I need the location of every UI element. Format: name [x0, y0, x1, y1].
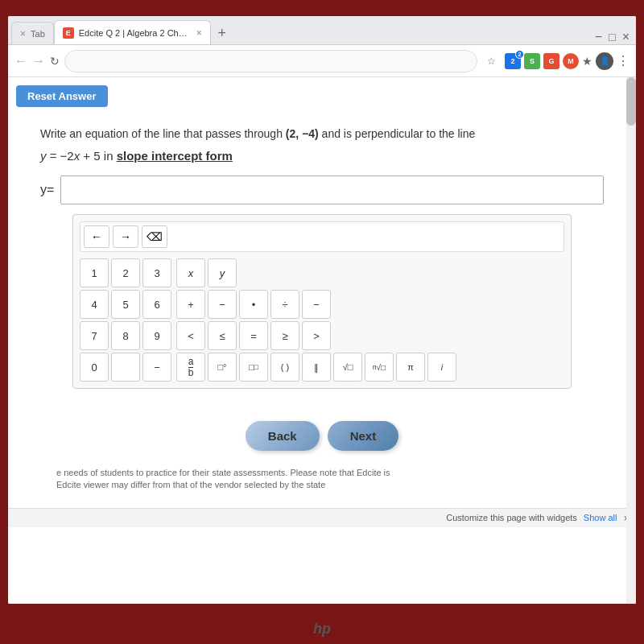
- ext-badge: 2: [515, 50, 524, 59]
- key-i[interactable]: i: [427, 353, 456, 382]
- key-3[interactable]: 3: [142, 258, 171, 287]
- numpad: 1 2 3 4 5 6 7 8 9 0: [80, 258, 171, 382]
- hp-logo: hp: [313, 621, 331, 638]
- key-minus2[interactable]: −: [208, 290, 237, 319]
- maximize-button[interactable]: □: [609, 31, 615, 43]
- key-2[interactable]: 2: [111, 258, 140, 287]
- key-9[interactable]: 9: [142, 321, 171, 350]
- nav-buttons: Back Next: [40, 405, 604, 467]
- key-6[interactable]: 6: [142, 290, 171, 319]
- ext-icon-2: S: [524, 53, 540, 69]
- screen: × Tab E Edcite Q 2 | Algebra 2 Chapter 8…: [8, 16, 636, 604]
- key-lt[interactable]: <: [176, 321, 205, 350]
- key-eq[interactable]: =: [239, 321, 268, 350]
- instruction-text: Write an equation of the line that passe…: [40, 127, 283, 140]
- ops-row2: < ≤ = ≥ >: [176, 321, 456, 350]
- key-lte[interactable]: ≤: [208, 321, 237, 350]
- equation-text: y = −2x + 5: [40, 149, 104, 163]
- key-8[interactable]: 8: [111, 321, 140, 350]
- tab-inactive-close[interactable]: ×: [20, 28, 26, 39]
- tab-active[interactable]: E Edcite Q 2 | Algebra 2 Chapter 8 1 ×: [54, 20, 211, 44]
- forward-nav-icon[interactable]: →: [32, 54, 45, 68]
- question-area: Write an equation of the line that passe…: [8, 77, 636, 508]
- answer-row: y=: [40, 175, 604, 204]
- address-input[interactable]: [64, 50, 477, 72]
- show-all-link[interactable]: Show all: [584, 513, 617, 522]
- back-nav-icon[interactable]: ←: [14, 54, 27, 68]
- symbol-pad: x y + − • ÷ −: [176, 258, 456, 382]
- key-plus[interactable]: +: [176, 290, 205, 319]
- key-5[interactable]: 5: [111, 290, 140, 319]
- form-label-text: in: [104, 149, 117, 163]
- key-dot[interactable]: •: [239, 290, 268, 319]
- key-gt[interactable]: >: [302, 321, 331, 350]
- key-minus[interactable]: −: [142, 353, 171, 382]
- var-row: x y: [176, 258, 456, 287]
- address-bar: ← → ↻ ☆ 2 2 S G M ★ 👤 ⋮: [8, 45, 636, 77]
- back-button[interactable]: Back: [246, 421, 320, 451]
- star-icon[interactable]: ☆: [482, 52, 500, 70]
- key-fraction[interactable]: a b: [176, 353, 205, 382]
- key-sqrt[interactable]: √□: [333, 353, 362, 382]
- hp-text: hp: [313, 621, 331, 637]
- point-text: (2, −4): [286, 127, 319, 140]
- scrollbar[interactable]: [626, 77, 636, 604]
- reset-answer-button[interactable]: Reset Answer: [16, 85, 108, 107]
- key-divide[interactable]: ÷: [270, 290, 299, 319]
- math-keyboard: ← → ⌫ 1 2 3: [72, 214, 572, 389]
- ops-row1: + − • ÷ −: [176, 290, 456, 319]
- key-minus3[interactable]: −: [302, 290, 331, 319]
- new-tab-button[interactable]: +: [211, 22, 233, 44]
- question-instruction: Write an equation of the line that passe…: [40, 126, 604, 142]
- key-4[interactable]: 4: [80, 290, 109, 319]
- bottom-info-text: Customize this page with widgets: [446, 513, 577, 522]
- tab-active-close[interactable]: ×: [196, 27, 202, 39]
- footer-line2: Edcite viewer may differ from that of th…: [56, 480, 325, 489]
- ext-icon-1: 2 2: [505, 53, 521, 69]
- key-parens[interactable]: ( ): [270, 353, 299, 382]
- tab-bar: × Tab E Edcite Q 2 | Algebra 2 Chapter 8…: [8, 16, 636, 45]
- tab-inactive[interactable]: × Tab: [11, 22, 54, 44]
- key-abs[interactable]: ‖: [302, 353, 331, 382]
- refresh-icon[interactable]: ↻: [50, 55, 60, 68]
- monitor: × Tab E Edcite Q 2 | Algebra 2 Chapter 8…: [0, 0, 644, 644]
- page-content: Reset Answer Write an equation of the li…: [8, 77, 636, 604]
- profile-icon[interactable]: 👤: [596, 52, 613, 70]
- special-row: a b □° □□ ( ) ‖ √□ n√□: [176, 353, 456, 382]
- ext-icon-3: G: [543, 53, 559, 69]
- footer-line1: e needs of students to practice for thei…: [56, 468, 390, 477]
- scrollbar-thumb[interactable]: [626, 77, 636, 126]
- key-y[interactable]: y: [208, 258, 237, 287]
- footer-text: e needs of students to practice for thei…: [40, 467, 604, 492]
- instruction2-text: and is perpendicular to the line: [322, 127, 476, 140]
- tab-active-label: Edcite Q 2 | Algebra 2 Chapter 8 1: [79, 28, 192, 38]
- menu-icon[interactable]: ⋮: [617, 53, 630, 68]
- browser: × Tab E Edcite Q 2 | Algebra 2 Chapter 8…: [8, 16, 636, 604]
- kb-delete-button[interactable]: ⌫: [142, 225, 167, 248]
- key-1[interactable]: 1: [80, 258, 109, 287]
- key-0[interactable]: 0: [80, 353, 109, 382]
- keyboard-toolbar: ← → ⌫: [80, 221, 564, 252]
- key-pi[interactable]: π: [396, 353, 425, 382]
- key-subscript[interactable]: □□: [239, 353, 268, 382]
- kb-back-button[interactable]: ←: [84, 225, 109, 248]
- keyboard-grid: 1 2 3 4 5 6 7 8 9 0: [80, 258, 564, 382]
- key-x[interactable]: x: [176, 258, 205, 287]
- tab-inactive-label: Tab: [31, 29, 45, 39]
- kb-forward-button[interactable]: →: [113, 225, 138, 248]
- extensions-star-icon[interactable]: ★: [582, 55, 592, 68]
- next-button[interactable]: Next: [328, 421, 399, 451]
- key-7[interactable]: 7: [80, 321, 109, 350]
- key-gte[interactable]: ≥: [270, 321, 299, 350]
- ext-icon-4: M: [563, 53, 579, 69]
- answer-input[interactable]: [60, 175, 604, 204]
- key-empty[interactable]: [111, 353, 140, 382]
- numpad-grid: 1 2 3 4 5 6 7 8 9 0: [80, 258, 171, 382]
- math-equation: y = −2x + 5 in slope intercept form: [40, 149, 604, 163]
- slope-intercept-label: slope intercept form: [117, 149, 233, 163]
- tab-favicon: E: [63, 27, 74, 39]
- key-degree[interactable]: □°: [208, 353, 237, 382]
- key-nthroot[interactable]: n√□: [365, 353, 394, 382]
- close-window-button[interactable]: ×: [622, 30, 630, 44]
- minimize-button[interactable]: −: [595, 30, 602, 44]
